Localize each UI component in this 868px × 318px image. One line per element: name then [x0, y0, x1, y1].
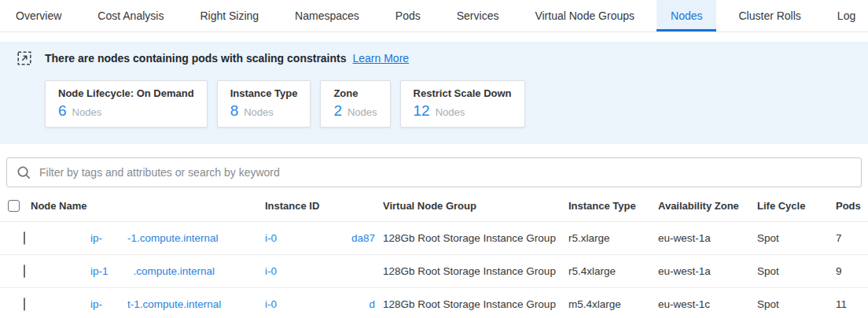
tab-nodes[interactable]: Nodes [657, 0, 716, 31]
filter-search-box [6, 157, 862, 187]
col-virtual-node-group: Virtual Node Group [383, 200, 568, 212]
search-icon [17, 165, 31, 180]
instance-type-value: r5.xlarge [568, 232, 658, 244]
row-checkbox[interactable] [24, 264, 25, 278]
table-row: ip-1.compute.internal i-0 128Gb Root Sto… [0, 254, 868, 287]
scaling-constraints-banner: There are nodes containing pods with sca… [0, 42, 868, 144]
col-life-cycle: Life Cycle [757, 200, 836, 212]
select-all-checkbox[interactable] [8, 200, 20, 212]
tab-namespaces[interactable]: Namespaces [295, 0, 359, 31]
tab-log[interactable]: Log [837, 0, 855, 31]
col-instance-id: Instance ID [265, 200, 383, 212]
search-input[interactable] [39, 166, 851, 179]
node-name-link[interactable]: ip--1.compute.internal [90, 232, 265, 244]
pods-value: 11 [836, 298, 868, 310]
instance-id-link[interactable]: i-0 da87 [265, 232, 383, 244]
pods-value: 9 [836, 265, 868, 277]
virtual-node-group-value: 128Gb Root Storage Instance Group [383, 265, 568, 277]
scale-out-icon [17, 51, 31, 65]
life-cycle-value: Spot [757, 232, 836, 244]
tab-cluster-rolls[interactable]: Cluster Rolls [738, 0, 800, 31]
table-row: ip--1.compute.internal i-0 da87 128Gb Ro… [0, 221, 868, 254]
table-row: ip-t-1.compute.internal i-0 d 128Gb Root… [0, 287, 868, 318]
card-instance-type[interactable]: Instance Type 8 Nodes [217, 80, 311, 128]
card-count: 8 [230, 103, 239, 119]
tab-cost-analysis[interactable]: Cost Analysis [97, 0, 164, 31]
col-pods: Pods [836, 200, 868, 212]
availability-zone-value: eu-west-1c [658, 298, 757, 310]
instance-type-value: m5.4xlarge [568, 298, 658, 310]
constraint-cards: Node Lifecycle: On Demand 6 Nodes Instan… [45, 80, 868, 128]
row-checkbox[interactable] [24, 298, 25, 311]
card-unit: Nodes [244, 106, 274, 118]
card-zone[interactable]: Zone 2 Nodes [320, 80, 390, 128]
col-node-name: Node Name [31, 200, 87, 212]
virtual-node-group-value: 128Gb Root Storage Instance Group [383, 232, 568, 244]
life-cycle-value: Spot [757, 298, 836, 310]
node-name-link[interactable]: ip-t-1.compute.internal [90, 298, 265, 310]
card-count: 6 [58, 103, 67, 119]
learn-more-link[interactable]: Learn More [353, 52, 410, 65]
nodes-table: Node Name Instance ID Virtual Node Group… [0, 190, 868, 318]
banner-message: There are nodes containing pods with sca… [45, 52, 347, 65]
tab-virtual-node-groups[interactable]: Virtual Node Groups [535, 0, 634, 31]
tab-right-sizing[interactable]: Right Sizing [200, 0, 259, 31]
pods-value: 7 [836, 232, 868, 244]
availability-zone-value: eu-west-1a [658, 265, 757, 277]
card-unit: Nodes [72, 106, 102, 118]
tab-services[interactable]: Services [457, 0, 499, 31]
card-restrict-scale-down[interactable]: Restrict Scale Down 12 Nodes [400, 80, 525, 128]
instance-id-link[interactable]: i-0 [265, 265, 383, 277]
tab-bar: Overview Cost Analysis Right Sizing Name… [0, 0, 868, 32]
life-cycle-value: Spot [757, 265, 836, 277]
table-header: Node Name Instance ID Virtual Node Group… [0, 190, 868, 221]
card-node-lifecycle[interactable]: Node Lifecycle: On Demand 6 Nodes [45, 80, 208, 128]
card-title: Restrict Scale Down [414, 88, 512, 99]
col-availability-zone: Availability Zone [658, 200, 757, 212]
card-unit: Nodes [348, 106, 377, 118]
col-instance-type: Instance Type [568, 200, 658, 212]
node-name-link[interactable]: ip-1.compute.internal [90, 265, 265, 277]
card-count: 12 [414, 103, 430, 119]
card-title: Zone [333, 88, 377, 99]
row-checkbox[interactable] [24, 231, 25, 245]
instance-type-value: r5.4xlarge [568, 265, 658, 277]
availability-zone-value: eu-west-1a [658, 232, 757, 244]
virtual-node-group-value: 128Gb Root Storage Instance Group [383, 298, 568, 310]
card-unit: Nodes [436, 106, 465, 118]
card-title: Instance Type [230, 88, 298, 99]
instance-id-link[interactable]: i-0 d [265, 298, 383, 310]
card-count: 2 [333, 103, 342, 119]
card-title: Node Lifecycle: On Demand [58, 88, 194, 99]
tab-overview[interactable]: Overview [16, 0, 61, 31]
tab-pods[interactable]: Pods [395, 0, 421, 31]
